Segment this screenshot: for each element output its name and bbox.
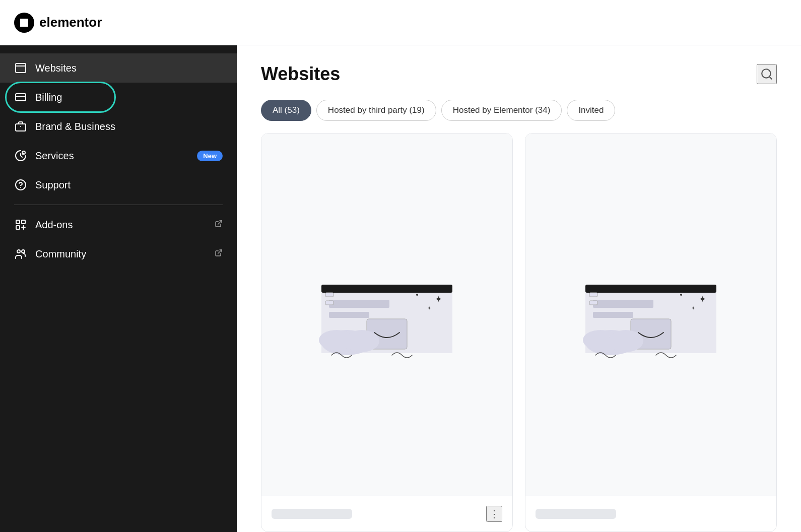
svg-rect-13 [16, 226, 20, 229]
sidebar-item-websites[interactable]: Websites [0, 53, 237, 83]
sidebar-item-community[interactable]: Community [0, 239, 237, 269]
svg-point-38 [680, 294, 682, 296]
svg-rect-23 [329, 312, 369, 318]
services-icon [14, 149, 27, 162]
addons-icon [14, 218, 27, 231]
svg-rect-11 [16, 220, 20, 224]
cards-grid: ✦ ✦ ⋮ [237, 133, 801, 532]
svg-line-19 [769, 77, 772, 79]
svg-rect-33 [585, 285, 716, 293]
svg-rect-35 [593, 300, 653, 308]
sidebar-item-support-label: Support [35, 179, 223, 191]
filter-tab-all[interactable]: All (53) [261, 100, 311, 121]
svg-rect-20 [321, 285, 452, 293]
svg-point-43 [608, 330, 643, 352]
svg-rect-45 [589, 301, 597, 305]
logo-text: elementor [39, 15, 102, 30]
card-2-image: ✦ ✦ [525, 134, 776, 496]
filter-tab-elementor[interactable]: Hosted by Elementor (34) [441, 100, 562, 121]
community-external-icon [215, 249, 223, 259]
sidebar-item-brand-label: Brand & Business [35, 121, 223, 132]
svg-rect-36 [593, 312, 633, 318]
svg-rect-32 [325, 301, 333, 305]
card-1-name-placeholder [272, 509, 352, 519]
sidebar-item-billing-label: Billing [35, 92, 223, 103]
svg-text:✦: ✦ [691, 305, 695, 311]
sidebar-divider [14, 205, 223, 205]
svg-rect-44 [589, 293, 597, 297]
svg-line-14 [218, 221, 222, 224]
card-2-footer [525, 496, 776, 531]
sidebar-item-addons-label: Add-ons [35, 219, 207, 231]
filter-tab-third-party[interactable]: Hosted by third party (19) [316, 100, 436, 121]
sidebar-item-addons[interactable]: Add-ons [0, 210, 237, 239]
sidebar-item-support[interactable]: Support [0, 170, 237, 200]
billing-icon [14, 91, 27, 104]
briefcase-icon [14, 120, 27, 133]
svg-rect-2 [16, 63, 26, 73]
sidebar-item-billing[interactable]: Billing [0, 83, 237, 112]
sidebar: Websites Billing Brand & Busin [0, 45, 237, 532]
svg-rect-6 [16, 124, 26, 131]
services-new-badge: New [197, 151, 223, 161]
community-icon [14, 247, 27, 260]
filter-tab-invited[interactable]: Invited [567, 100, 615, 121]
top-header: elementor [0, 0, 801, 45]
svg-point-25 [416, 294, 418, 296]
svg-line-17 [218, 250, 222, 253]
sidebar-item-community-label: Community [35, 248, 207, 260]
elementor-logo-icon [14, 13, 34, 33]
sidebar-item-services-label: Services [35, 150, 189, 162]
sidebar-item-services[interactable]: Services New [0, 141, 237, 170]
svg-text:✦: ✦ [427, 305, 431, 311]
svg-rect-4 [16, 94, 26, 101]
svg-rect-12 [22, 220, 25, 224]
support-icon [14, 178, 27, 191]
svg-text:✦: ✦ [435, 294, 442, 304]
svg-point-15 [17, 250, 20, 253]
website-card-2: ✦ ✦ [525, 133, 777, 532]
card-1-menu-button[interactable]: ⋮ [486, 506, 502, 522]
search-button[interactable] [757, 64, 777, 84]
browser-icon [14, 61, 27, 75]
page-title: Websites [261, 63, 340, 85]
card-1-image: ✦ ✦ [261, 134, 512, 496]
svg-rect-22 [329, 300, 389, 308]
sidebar-item-websites-label: Websites [35, 62, 223, 74]
filter-tabs: All (53) Hosted by third party (19) Host… [237, 95, 801, 133]
content-header: Websites [237, 45, 801, 95]
content-area: Websites All (53) Hosted by third party … [237, 45, 801, 532]
sidebar-item-brand-business[interactable]: Brand & Business [0, 112, 237, 141]
svg-point-16 [22, 250, 25, 253]
svg-point-30 [344, 330, 379, 352]
svg-rect-1 [20, 19, 23, 27]
logo-container: elementor [14, 13, 102, 33]
svg-text:✦: ✦ [699, 294, 706, 304]
card-1-footer: ⋮ [261, 496, 512, 531]
main-layout: Websites Billing Brand & Busin [0, 45, 801, 532]
card-2-name-placeholder [536, 509, 616, 519]
addons-external-icon [215, 220, 223, 230]
website-card-1: ✦ ✦ ⋮ [261, 133, 513, 532]
svg-rect-31 [325, 293, 333, 297]
